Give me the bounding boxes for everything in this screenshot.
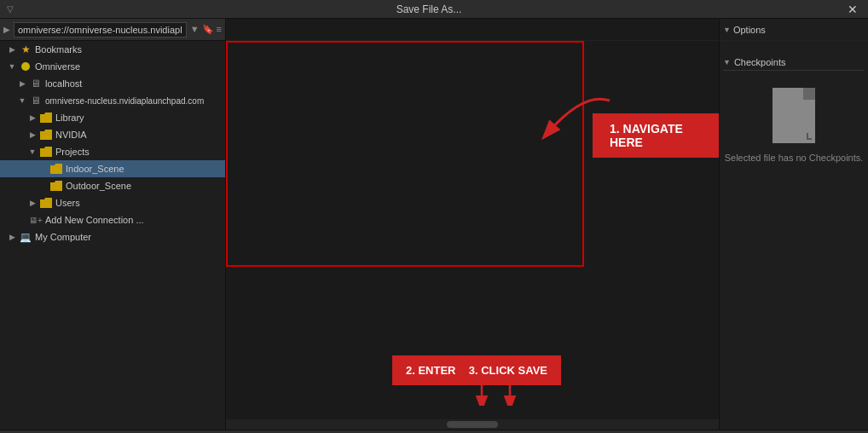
tree-item-outdoor-scene[interactable]: Outdoor_Scene	[0, 177, 225, 194]
projects-folder-icon	[39, 145, 53, 159]
my-computer-icon: 💻	[19, 230, 32, 244]
tree-item-library[interactable]: Library	[0, 109, 225, 126]
add-connection-icon: 🖥+	[29, 213, 43, 227]
indoor-scene-label: Indoor_Scene	[66, 164, 124, 174]
tree-item-nucleus[interactable]: 🖥 omniverse-nucleus.nvidiaplaunchpad.com	[0, 92, 225, 109]
outdoor-scene-label: Outdoor_Scene	[66, 181, 131, 191]
options-label: Options	[733, 25, 766, 35]
bottom-bar: File name: USD File (*.usd) Save Cancel	[0, 430, 868, 433]
expand-library-icon[interactable]	[27, 113, 38, 123]
nvidia-label: NVIDIA	[55, 130, 87, 140]
users-label: Users	[55, 198, 80, 208]
add-connection-label: Add New Connection ...	[45, 215, 144, 225]
list-view-icon[interactable]: ≡	[217, 24, 222, 35]
bookmarks-label: Bookmarks	[35, 44, 82, 55]
navigate-highlight-box	[226, 41, 584, 267]
title-bar: ▽ Save File As... ✕	[0, 0, 868, 19]
checkpoints-section: ▼ Checkpoints Selected file has no Check…	[723, 55, 865, 165]
navigate-here-label: 1. NAVIGATE HERE	[593, 113, 719, 158]
title-bar-title: Save File As...	[14, 3, 844, 15]
library-folder-icon	[39, 111, 53, 124]
close-button[interactable]: ✕	[844, 3, 861, 16]
checkpoints-expand-icon[interactable]: ▼	[723, 58, 731, 66]
indoor-folder-icon	[49, 162, 63, 176]
omniverse-label: Omniverse	[35, 61, 80, 72]
expand-bookmarks-icon[interactable]	[7, 44, 17, 55]
expand-nucleus-icon[interactable]	[17, 95, 27, 106]
tree-item-indoor-scene[interactable]: Indoor_Scene	[0, 160, 225, 177]
expand-my-computer-icon[interactable]	[7, 232, 17, 242]
tree-item-bookmarks[interactable]: ★ Bookmarks	[0, 41, 225, 58]
users-folder-icon	[39, 196, 53, 210]
file-tree-panel: ★ Bookmarks Omniverse 🖥 localhost 🖥 omni…	[0, 41, 226, 430]
click-save-label: 3. CLICK SAVE	[455, 355, 561, 385]
expand-nvidia-icon[interactable]	[27, 130, 38, 140]
bookmark-icon[interactable]: 🔖	[202, 24, 214, 35]
nucleus-icon: 🖥	[29, 94, 43, 107]
nvidia-folder-icon	[39, 128, 53, 141]
address-bar-row: ▶ ▼ 🔖 ≡ ▼ Options	[0, 19, 868, 41]
tree-item-projects[interactable]: Projects	[0, 143, 225, 160]
options-arrow-icon: ▼	[723, 26, 731, 34]
filter-icon[interactable]: ▼	[190, 24, 200, 35]
right-panel: ▼ Checkpoints Selected file has no Check…	[719, 41, 868, 430]
projects-label: Projects	[55, 147, 90, 157]
tree-item-nvidia[interactable]: NVIDIA	[0, 126, 225, 143]
main-layout: ★ Bookmarks Omniverse 🖥 localhost 🖥 omni…	[0, 41, 868, 430]
tree-item-localhost[interactable]: 🖥 localhost	[0, 75, 225, 92]
omniverse-item-icon	[19, 60, 32, 73]
tree-item-omniverse[interactable]: Omniverse	[0, 58, 225, 75]
localhost-label: localhost	[45, 78, 82, 89]
address-bar: ▶ ▼ 🔖 ≡	[0, 19, 226, 41]
checkpoints-label: Checkpoints	[734, 57, 786, 67]
my-computer-label: My Computer	[35, 232, 91, 242]
address-bar-icons: ▼ 🔖 ≡	[190, 24, 222, 35]
tree-item-my-computer[interactable]: 💻 My Computer	[0, 228, 225, 245]
center-content-area: 1. NAVIGATE HERE 2. ENTER FILE NAME 3. C…	[226, 41, 719, 430]
outdoor-folder-icon	[49, 179, 63, 193]
library-label: Library	[55, 113, 84, 123]
file-preview: Selected file has no Checkpoints.	[723, 88, 865, 165]
tree-item-add-connection[interactable]: 🖥+ Add New Connection ...	[0, 211, 225, 228]
expand-users-icon[interactable]	[27, 198, 38, 208]
address-input[interactable]	[14, 22, 187, 38]
expand-localhost-icon[interactable]	[17, 78, 27, 89]
checkpoints-header: ▼ Checkpoints	[723, 55, 865, 71]
address-back-icon: ▶	[3, 25, 10, 34]
localhost-icon: 🖥	[29, 77, 43, 90]
bookmark-item-icon: ★	[19, 43, 32, 56]
title-bar-left-icon: ▽	[7, 4, 14, 14]
title-bar-controls: ✕	[844, 3, 861, 16]
expand-projects-icon[interactable]	[27, 147, 38, 157]
nucleus-label: omniverse-nucleus.nvidiaplaunchpad.com	[45, 96, 204, 106]
tree-item-users[interactable]: Users	[0, 194, 225, 211]
no-checkpoints-text: Selected file has no Checkpoints.	[725, 152, 864, 165]
file-thumbnail	[773, 88, 815, 143]
expand-omniverse-icon[interactable]	[7, 61, 17, 72]
